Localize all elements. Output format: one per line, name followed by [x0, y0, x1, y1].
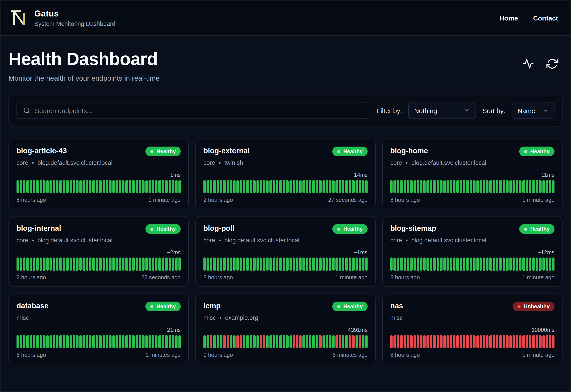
uptime-bar[interactable] [349, 335, 351, 348]
endpoint-card[interactable]: blog-sitemap Healthy core • blog.default… [382, 216, 563, 287]
uptime-bar[interactable] [476, 257, 479, 271]
uptime-bar[interactable] [149, 180, 151, 193]
uptime-bar[interactable] [480, 180, 482, 193]
uptime-bar[interactable] [109, 180, 112, 193]
uptime-bar[interactable] [223, 180, 226, 193]
uptime-bar[interactable] [539, 180, 541, 193]
uptime-bar[interactable] [499, 180, 502, 193]
uptime-bar[interactable] [523, 180, 525, 193]
endpoint-card[interactable]: database Healthy misc ~21ms 8 hours ago … [8, 294, 189, 364]
uptime-bar[interactable] [450, 180, 452, 193]
uptime-bar[interactable] [299, 335, 302, 348]
uptime-bar[interactable] [30, 335, 32, 348]
uptime-bar[interactable] [339, 335, 341, 348]
uptime-bar[interactable] [512, 335, 515, 348]
uptime-bar[interactable] [266, 335, 269, 348]
uptime-bar[interactable] [246, 180, 249, 193]
uptime-bar[interactable] [260, 180, 262, 193]
uptime-bar[interactable] [99, 335, 102, 348]
uptime-bar[interactable] [60, 180, 62, 193]
uptime-bar[interactable] [427, 335, 429, 348]
uptime-bar[interactable] [116, 180, 118, 193]
uptime-bar[interactable] [355, 257, 358, 271]
uptime-bar[interactable] [365, 180, 368, 193]
uptime-bar[interactable] [546, 257, 548, 271]
uptime-bar[interactable] [83, 257, 85, 271]
uptime-bar[interactable] [306, 335, 308, 348]
uptime-bar[interactable] [243, 257, 246, 271]
uptime-bar[interactable] [26, 335, 29, 348]
uptime-bar[interactable] [273, 180, 275, 193]
uptime-bar[interactable] [172, 180, 174, 193]
uptime-bar[interactable] [76, 335, 78, 348]
uptime-bar[interactable] [433, 257, 436, 271]
uptime-bar[interactable] [20, 335, 22, 348]
search-input[interactable] [35, 107, 363, 114]
uptime-bar[interactable] [486, 257, 489, 271]
uptime-bar[interactable] [270, 335, 272, 348]
uptime-bar[interactable] [319, 335, 321, 348]
uptime-bar[interactable] [16, 180, 19, 193]
uptime-bar[interactable] [430, 257, 433, 271]
uptime-bar[interactable] [339, 180, 341, 193]
uptime-bar[interactable] [463, 335, 466, 348]
uptime-bar[interactable] [352, 180, 355, 193]
uptime-bar[interactable] [427, 257, 429, 271]
uptime-bar[interactable] [336, 335, 338, 348]
uptime-bar[interactable] [230, 335, 232, 348]
uptime-bar[interactable] [76, 180, 78, 193]
uptime-bar[interactable] [470, 257, 472, 271]
uptime-bar[interactable] [236, 335, 239, 348]
uptime-bar[interactable] [359, 257, 361, 271]
uptime-bar[interactable] [519, 335, 522, 348]
uptime-bar[interactable] [92, 180, 95, 193]
uptime-bar[interactable] [473, 335, 475, 348]
uptime-bar[interactable] [509, 180, 512, 193]
uptime-bar[interactable] [516, 335, 518, 348]
endpoint-card[interactable]: blog-article-43 Healthy core • blog.defa… [8, 139, 189, 209]
uptime-bar[interactable] [512, 180, 515, 193]
uptime-bar[interactable] [210, 257, 212, 271]
uptime-bar[interactable] [106, 180, 108, 193]
uptime-bar[interactable] [149, 257, 151, 271]
uptime-bar[interactable] [546, 180, 548, 193]
uptime-bar[interactable] [306, 257, 308, 271]
uptime-bar[interactable] [523, 335, 525, 348]
uptime-bar[interactable] [56, 180, 59, 193]
uptime-bar[interactable] [243, 180, 246, 193]
uptime-bar[interactable] [60, 335, 62, 348]
uptime-bar[interactable] [470, 335, 472, 348]
uptime-bar[interactable] [135, 335, 138, 348]
uptime-bar[interactable] [207, 180, 209, 193]
uptime-bar[interactable] [470, 180, 472, 193]
uptime-bar[interactable] [296, 335, 299, 348]
uptime-bar[interactable] [152, 335, 154, 348]
uptime-bar[interactable] [142, 335, 145, 348]
uptime-bar[interactable] [49, 335, 52, 348]
uptime-bar[interactable] [126, 180, 128, 193]
uptime-bar[interactable] [483, 180, 485, 193]
uptime-bar[interactable] [519, 257, 522, 271]
uptime-bar[interactable] [362, 180, 364, 193]
uptime-bar[interactable] [329, 180, 331, 193]
uptime-bar[interactable] [476, 180, 479, 193]
uptime-bar[interactable] [456, 335, 459, 348]
uptime-bar[interactable] [159, 180, 161, 193]
uptime-bar[interactable] [552, 335, 555, 348]
uptime-bar[interactable] [365, 335, 368, 348]
uptime-bar[interactable] [240, 180, 242, 193]
uptime-bar[interactable] [203, 180, 206, 193]
uptime-bar[interactable] [293, 335, 295, 348]
uptime-bar[interactable] [313, 257, 315, 271]
uptime-bar[interactable] [273, 335, 275, 348]
uptime-bar[interactable] [430, 335, 433, 348]
uptime-bar[interactable] [49, 180, 52, 193]
endpoint-card[interactable]: nas Unhealthy misc ~10000ms 8 hours ago … [382, 294, 563, 364]
uptime-bar[interactable] [132, 257, 135, 271]
uptime-bars[interactable] [390, 180, 555, 193]
uptime-bar[interactable] [139, 180, 141, 193]
uptime-bar[interactable] [400, 335, 403, 348]
uptime-bar[interactable] [36, 257, 39, 271]
uptime-bar[interactable] [119, 257, 121, 271]
uptime-bar[interactable] [453, 180, 455, 193]
